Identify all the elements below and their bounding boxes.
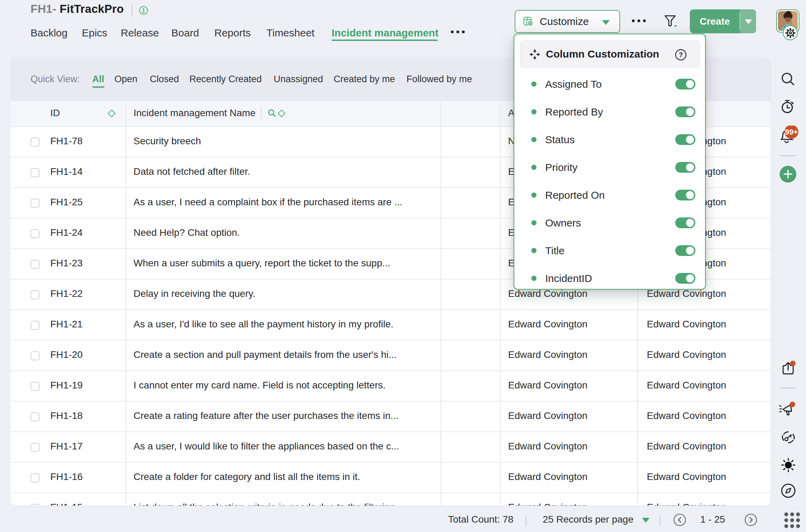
svg-text:99+: 99+ bbox=[785, 128, 798, 136]
svg-text:?: ? bbox=[679, 51, 683, 59]
